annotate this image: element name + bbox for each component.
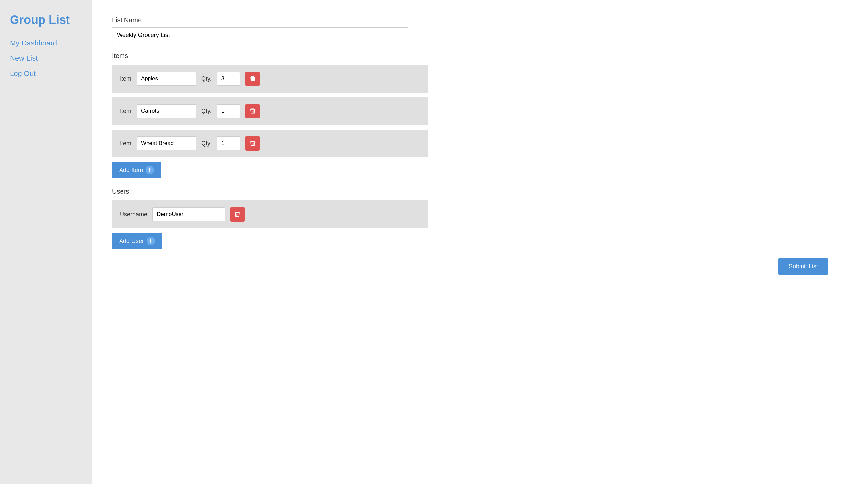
trash-icon-3	[249, 140, 256, 147]
item-input-3[interactable]	[137, 137, 196, 150]
qty-label-1: Qty.	[201, 76, 212, 82]
delete-item-button-2[interactable]	[245, 104, 260, 118]
app-title: Group List	[10, 13, 82, 27]
item-row-label-2: Item	[120, 108, 131, 115]
user-row: Username	[112, 200, 428, 228]
item-row: Item Qty.	[112, 65, 428, 93]
items-label: Items	[112, 52, 848, 60]
username-row-label-1: Username	[120, 211, 147, 218]
item-row: Item Qty.	[112, 97, 428, 125]
add-user-button[interactable]: Add User +	[112, 233, 162, 249]
trash-icon-user-1	[234, 211, 241, 218]
item-input-2[interactable]	[137, 104, 196, 118]
list-name-input[interactable]	[112, 27, 408, 43]
trash-icon-2	[249, 108, 256, 114]
users-label: Users	[112, 188, 848, 195]
sidebar-item-new-list[interactable]: New List	[10, 54, 82, 63]
list-name-group: List Name	[112, 17, 848, 43]
qty-label-3: Qty.	[201, 140, 212, 147]
delete-item-button-1[interactable]	[245, 72, 260, 86]
sidebar-item-my-dashboard[interactable]: My Dashboard	[10, 39, 82, 48]
item-row-label-1: Item	[120, 76, 131, 82]
item-row-label-3: Item	[120, 140, 131, 147]
trash-icon-1	[249, 76, 256, 82]
list-name-label: List Name	[112, 17, 848, 24]
add-user-plus-icon: +	[147, 237, 155, 245]
sidebar-item-log-out[interactable]: Log Out	[10, 69, 82, 78]
qty-input-1[interactable]	[217, 72, 240, 86]
add-item-button[interactable]: Add Item +	[112, 162, 161, 178]
username-input-1[interactable]	[152, 207, 225, 221]
submit-label: Submit List	[788, 263, 818, 270]
qty-input-2[interactable]	[217, 104, 240, 118]
items-section: Items Item Qty. Item Qty.	[112, 52, 848, 178]
users-section: Users Username Add User +	[112, 188, 848, 249]
add-user-label: Add User	[119, 238, 144, 245]
main-content: List Name Items Item Qty. Item Qty.	[92, 0, 868, 484]
add-item-plus-icon: +	[146, 166, 154, 174]
submit-list-button[interactable]: Submit List	[778, 258, 829, 275]
item-row: Item Qty.	[112, 130, 428, 157]
delete-user-button-1[interactable]	[230, 207, 245, 222]
add-item-label: Add Item	[119, 167, 143, 174]
qty-label-2: Qty.	[201, 108, 212, 115]
qty-input-3[interactable]	[217, 137, 240, 150]
item-input-1[interactable]	[137, 72, 196, 86]
delete-item-button-3[interactable]	[245, 136, 260, 151]
sidebar-nav: My Dashboard New List Log Out	[10, 39, 82, 78]
sidebar: Group List My Dashboard New List Log Out	[0, 0, 92, 484]
